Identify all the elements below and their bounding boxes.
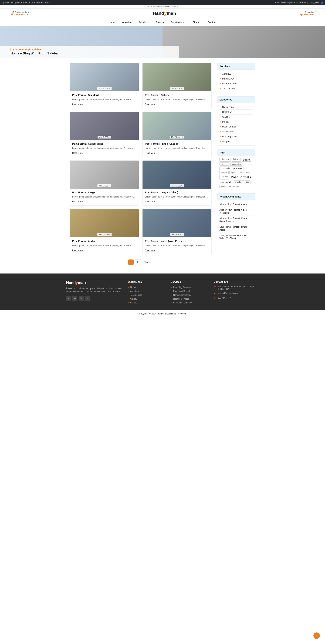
- footer-link-contact[interactable]: ✕Contact: [128, 301, 165, 305]
- read-more-link[interactable]: Read More: [145, 200, 155, 203]
- email-text: myemail@domain.com: [217, 292, 238, 294]
- admin-count[interactable]: 5: [32, 2, 33, 4]
- read-more-link[interactable]: Read More: [145, 249, 155, 252]
- admin-user[interactable]: Howdy, luzuk_demo: [302, 2, 319, 4]
- tag-template[interactable]: template: [234, 180, 244, 184]
- nav-home[interactable]: Home: [108, 18, 116, 26]
- admin-edit-page[interactable]: Edit Page: [41, 2, 50, 4]
- post-image: Mar 8, 2024: [70, 160, 139, 188]
- footer-link-gallery[interactable]: ✕Gallery: [128, 297, 165, 301]
- tag-post-formats[interactable]: Post Formats: [230, 175, 252, 180]
- page-1-button[interactable]: 1: [128, 260, 134, 265]
- tag-lists[interactable]: lists: [245, 171, 251, 174]
- admin-new[interactable]: + New: [34, 2, 40, 4]
- categories-title: Categories: [217, 96, 255, 103]
- tag-categories[interactable]: categories: [230, 162, 242, 166]
- social-instagram[interactable]: ◉: [72, 296, 77, 301]
- admin-bar-left: My Sites Handyman Customize 5 + New Edit…: [2, 2, 50, 4]
- nav-pages[interactable]: Pages ▾: [154, 18, 165, 26]
- nav-contact[interactable]: Contact: [207, 18, 217, 26]
- archive-item[interactable]: ✕April 2024: [219, 72, 253, 76]
- read-more-link[interactable]: Read More: [72, 152, 83, 154]
- archive-item[interactable]: ✕March 2024: [219, 76, 253, 81]
- social-facebook[interactable]: f: [66, 296, 71, 301]
- footer-email[interactable]: ✉ myemail@domain.com: [214, 292, 259, 295]
- tag-video[interactable]: video: [219, 185, 227, 188]
- comment-item: luzuk_demo on Post Format: Video (YouTub…: [219, 233, 253, 241]
- phone-number[interactable]: ☎ 123-456-7777: [11, 13, 30, 16]
- footer-services: Services ✕Plumbing Services ✕Painting & …: [171, 280, 208, 305]
- x-icon: ✕: [171, 298, 172, 300]
- category-item[interactable]: ✕Block Editor: [219, 105, 253, 110]
- category-item[interactable]: ✕Widgets: [219, 139, 253, 144]
- footer-phone[interactable]: 📞 123-456-7777: [214, 296, 259, 300]
- recent-comments-widget: Recent Comments Alice on Post Format: As…: [217, 193, 255, 243]
- read-more-link[interactable]: Read More: [72, 200, 83, 203]
- copyright-text: Copyright @ 2024 Handyman All Rights Res…: [139, 312, 186, 315]
- post-image: Feb 3, 2024: [143, 209, 211, 237]
- footer-service-home[interactable]: ✕Home Maintenance: [171, 293, 208, 297]
- footer-link-testimonials[interactable]: ✕Testimonials: [128, 293, 165, 297]
- post-date: Mar 18, 2024: [170, 136, 184, 138]
- social-linkedin[interactable]: in: [85, 296, 90, 301]
- commenter: Alice: [219, 209, 224, 211]
- footer-logo[interactable]: Handyman: [66, 280, 123, 285]
- category-item[interactable]: ✕Uncategorized: [219, 134, 253, 139]
- read-more-link[interactable]: Read More: [145, 152, 155, 154]
- page-2-button[interactable]: 2: [135, 260, 140, 265]
- nav-services[interactable]: Services: [138, 18, 150, 26]
- social-twitter[interactable]: 𝕏: [79, 296, 84, 301]
- tag-title[interactable]: title: [245, 180, 250, 184]
- tag-shortcode[interactable]: shortcode: [219, 180, 233, 184]
- tag-audio[interactable]: audio: [241, 158, 251, 162]
- archive-item[interactable]: ✕February 2024: [219, 81, 253, 86]
- read-more-link[interactable]: Read More: [72, 249, 83, 252]
- admin-handyman[interactable]: Handyman: [11, 2, 20, 4]
- footer-link-about[interactable]: ✕About us: [128, 289, 165, 293]
- posts-grid: Apr 29, 2024 Post Format: Standard Lorem…: [70, 63, 212, 254]
- page-next-button[interactable]: Next »: [142, 260, 153, 264]
- site-logo[interactable]: Handyman: [153, 11, 176, 16]
- hero-content: Blog With Right Sidebar Home – Blog With…: [0, 46, 179, 58]
- post-excerpt: Lorem ipsum dolor sit amet consectetur a…: [72, 98, 136, 101]
- post-title: Post Format: Gallery: [145, 94, 209, 96]
- archive-item[interactable]: ✕January 2024: [219, 86, 253, 91]
- x-icon: ✕: [219, 106, 221, 108]
- main-nav: Home About us Services Pages ▾ Shortcode…: [0, 18, 325, 26]
- category-item[interactable]: ✕Shortcodes: [219, 129, 253, 134]
- tag-pictures[interactable]: Pictures: [219, 175, 229, 180]
- post-body: Post Format: Standard Lorem ipsum dolor …: [70, 91, 139, 108]
- category-item[interactable]: ✕Bootstrap: [219, 110, 253, 114]
- category-item[interactable]: ✕Post Formats: [219, 124, 253, 129]
- footer-service-gardening[interactable]: ✕Gardening Services: [171, 301, 208, 305]
- category-item[interactable]: ✕Media: [219, 120, 253, 124]
- post-card: Mar 6, 2024 Post Format: Image (Linked) …: [142, 160, 212, 206]
- footer-service-roofing[interactable]: ✕Roofing Services: [171, 297, 208, 301]
- comment-post-link[interactable]: Post Format: Aside: [227, 203, 247, 206]
- tag-link[interactable]: link: [238, 171, 244, 174]
- read-more-link[interactable]: Read More: [72, 103, 83, 106]
- tag-excerpt[interactable]: excerpt: [219, 171, 229, 174]
- footer-service-plumbing[interactable]: ✕Plumbing Services: [171, 286, 208, 289]
- footer-service-painting[interactable]: ✕Painting & Drywall: [171, 289, 208, 293]
- tag-captions[interactable]: captions: [219, 162, 229, 166]
- appointment-link[interactable]: Appointment: [299, 13, 314, 16]
- nav-blogs[interactable]: Blogs ▾: [191, 18, 202, 26]
- tag-layout[interactable]: layout: [229, 171, 237, 174]
- category-item[interactable]: ✕Classic: [219, 114, 253, 120]
- nav-about[interactable]: About us: [121, 18, 133, 26]
- footer-link-home[interactable]: ✕Home: [128, 286, 165, 289]
- tag-comments[interactable]: comments: [219, 166, 231, 170]
- tag-wordpress[interactable]: WordPress: [228, 185, 240, 188]
- post-image: Apr 28, 2024: [143, 63, 211, 91]
- content-area: Apr 29, 2024 Post Format: Standard Lorem…: [66, 63, 259, 268]
- tag-articles[interactable]: Articles: [232, 158, 241, 162]
- tag-embeds[interactable]: embeds: [232, 166, 243, 170]
- commenter: Alice: [219, 217, 224, 220]
- emergency-label: 24/7 Emergency Care: [11, 11, 30, 13]
- nav-shortcodes[interactable]: Shortcodes ▾: [170, 18, 186, 26]
- read-more-link[interactable]: Read More: [145, 103, 155, 106]
- admin-my-sites[interactable]: My Sites: [2, 2, 9, 4]
- admin-customize[interactable]: Customize: [21, 2, 30, 4]
- tag-alignment[interactable]: alignment: [219, 158, 231, 162]
